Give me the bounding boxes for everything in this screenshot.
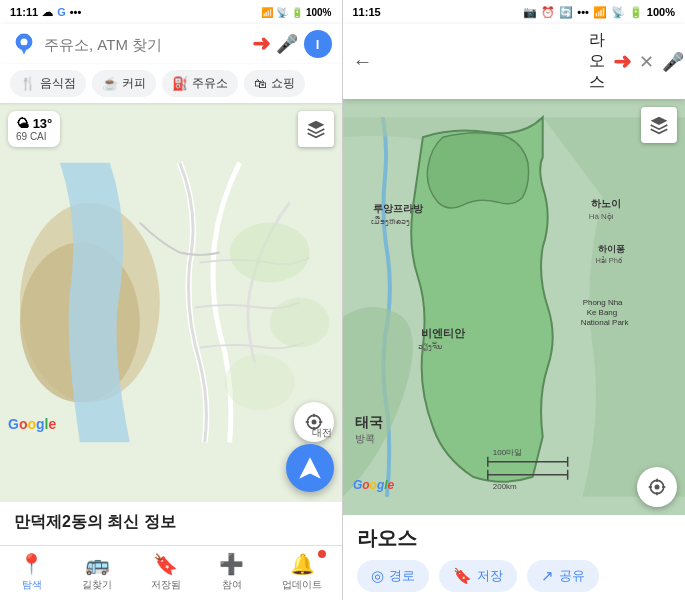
category-label-restaurant: 음식점 [40,75,76,92]
category-label-shopping: 쇼핑 [271,75,295,92]
svg-text:하이퐁: 하이퐁 [597,244,624,254]
nav-item-directions[interactable]: 🚌 길찾기 [82,552,112,592]
nav-item-contribute[interactable]: ➕ 참여 [219,552,244,592]
svg-point-6 [230,223,310,283]
bottom-place-panel: 라오스 ◎ 경로 🔖 저장 ↗ 공유 [343,515,686,600]
notification-badge [318,550,326,558]
directions-icon: 🚌 [85,552,110,576]
right-panel: 11:15 📷 ⏰ 🔄 ••• 📶 📡 🔋 100% ← 라오스 ➜ ✕ 🎤 [343,0,686,600]
svg-text:Phong Nha: Phong Nha [582,298,622,307]
left-status-icons: 📶 📡 🔋 100% [261,7,332,18]
contribute-icon: ➕ [219,552,244,576]
explore-icon: 📍 [19,552,44,576]
nav-label-updates: 업데이트 [282,578,322,592]
left-time: 11:11 [10,6,38,18]
svg-point-1 [21,38,28,45]
category-chip-restaurant[interactable]: 🍴 음식점 [10,70,86,97]
left-search-input[interactable] [44,36,246,53]
svg-text:ເມືອງຫລວງ: ເມືອງຫລວງ [370,216,409,226]
clear-search-icon[interactable]: ✕ [639,51,654,73]
category-chip-gas[interactable]: ⛽ 주유소 [162,70,238,97]
action-buttons: ◎ 경로 🔖 저장 ↗ 공유 [357,560,672,592]
nav-item-updates[interactable]: 🔔 업데이트 [282,552,322,592]
svg-point-10 [311,420,316,425]
left-map-area[interactable]: 🌤 13° 69 CAI [0,103,342,502]
category-label-coffee: 커피 [122,75,146,92]
share-button[interactable]: ↗ 공유 [527,560,599,592]
weather-aqi: 69 CAI [16,131,52,142]
nav-item-saved[interactable]: 🔖 저장됨 [151,552,181,592]
svg-text:Hà Nội: Hà Nội [588,212,613,221]
category-chip-shopping[interactable]: 🛍 쇼핑 [244,70,305,97]
left-panel: 11:11 ☁ G ••• 📶 📡 🔋 100% ➜ 🎤 I 🍴 음식점 [0,0,342,600]
save-button[interactable]: 🔖 저장 [439,560,517,592]
share-icon: ↗ [541,567,554,585]
right-status-icons: 📷 ⏰ 🔄 ••• 📶 📡 🔋 100% [523,6,675,19]
g-icon: G [57,6,66,18]
left-search-bar[interactable]: ➜ 🎤 I [0,24,342,64]
alarm-icon: ⏰ [541,6,555,19]
right-status-bar: 11:15 📷 ⏰ 🔄 ••• 📶 📡 🔋 100% [343,0,686,24]
gas-icon: ⛽ [172,76,188,91]
shopping-icon: 🛍 [254,76,267,91]
svg-text:방콕: 방콕 [354,433,374,444]
save-label: 저장 [477,567,503,585]
weather-widget: 🌤 13° 69 CAI [8,111,60,147]
back-button[interactable]: ← [353,50,373,73]
right-search-bar[interactable]: ← 라오스 ➜ ✕ 🎤 [343,24,686,99]
svg-text:National Park: National Park [580,318,628,327]
svg-text:Hải Phố: Hải Phố [595,256,622,265]
nav-item-explore[interactable]: 📍 탐색 [19,552,44,592]
mic-icon-right[interactable]: 🎤 [662,51,684,73]
nav-label-saved: 저장됨 [151,578,181,592]
search-query-text: 라오스 [589,30,605,93]
route-button[interactable]: ◎ 경로 [357,560,429,592]
svg-text:태국: 태국 [354,414,382,430]
navigate-fab[interactable] [286,444,334,492]
arrow-right-icon: ➜ [252,31,270,57]
right-map-area[interactable]: 루앙프라방 ເມືອງຫລວງ 비엔티안 ວຽງຈັນ 태국 방콕 하노이 Hà… [343,99,686,515]
mic-icon[interactable]: 🎤 [276,33,298,55]
place-title: 라오스 [357,525,672,552]
user-avatar[interactable]: I [304,30,332,58]
left-status-time-group: 11:11 ☁ G ••• [10,6,81,19]
battery-pct-right: 100% [647,6,675,18]
svg-text:200km: 200km [492,482,516,491]
sync-icon: 🔄 [559,6,573,19]
bookmark-icon: 🔖 [453,567,472,585]
battery-icon: 🔋 [291,7,303,18]
category-chip-coffee[interactable]: ☕ 커피 [92,70,156,97]
arrow-right-icon-right: ➜ [613,49,631,75]
crosshair-icon-right [647,477,667,497]
signal-icon: 📶 [261,7,273,18]
signal-icon-right: 📶 [593,6,607,19]
weather-temp: 🌤 13° [16,116,52,131]
wifi-icon-right: 📡 [611,6,625,19]
bottom-nav: 📍 탐색 🚌 길찾기 🔖 저장됨 ➕ 참여 🔔 업데이트 [0,545,342,600]
svg-point-8 [225,354,295,410]
restaurant-icon: 🍴 [20,76,36,91]
laos-map-svg: 루앙프라방 ເມືອງຫລວງ 비엔티안 ວຽງຈັນ 태국 방콕 하노이 Hà… [343,99,686,515]
wifi-icon: 📡 [276,7,288,18]
locate-button-right[interactable] [637,467,677,507]
updates-icon: 🔔 [290,552,315,576]
svg-text:Ke Bang: Ke Bang [586,308,617,317]
right-search-input[interactable] [381,53,581,71]
nav-label-directions: 길찾기 [82,578,112,592]
nav-label-contribute: 참여 [222,578,242,592]
svg-point-41 [655,485,660,490]
coffee-icon: ☕ [102,76,118,91]
navigate-icon [297,455,323,481]
svg-text:Google: Google [352,478,394,492]
route-label: 경로 [389,567,415,585]
layers-button-right[interactable] [641,107,677,143]
bottom-info-left: 만덕제2동의 최신 정보 [0,502,342,545]
google-maps-icon [10,30,38,58]
left-status-bar: 11:11 ☁ G ••• 📶 📡 🔋 100% [0,0,342,24]
right-map-background: 루앙프라방 ເມືອງຫລວງ 비엔티안 ວຽງຈັນ 태국 방콕 하노이 Hà… [343,99,686,515]
layers-button-left[interactable] [298,111,334,147]
city-label-daejeon: 대전 [312,426,332,440]
more-dots-icon: ••• [577,6,589,18]
saved-icon: 🔖 [153,552,178,576]
bottom-info-title: 만덕제2동의 최신 정보 [14,512,328,533]
